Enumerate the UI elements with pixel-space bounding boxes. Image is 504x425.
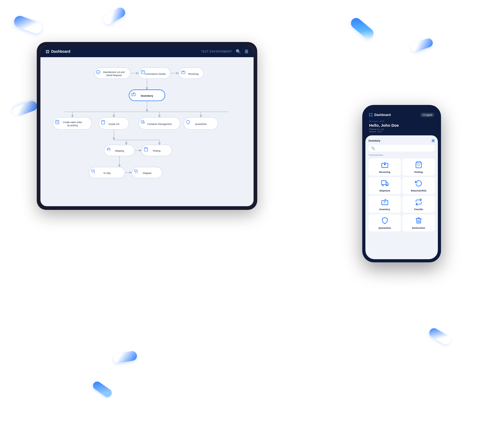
svg-rect-14 — [132, 93, 135, 96]
phone-greeting-area: 6th march, 2022 Hello, John Doe Pharma C… — [365, 119, 438, 135]
svg-point-48 — [135, 173, 136, 173]
svg-rect-47 — [132, 167, 162, 178]
phone-search-input[interactable] — [377, 146, 432, 150]
svg-text:Commisions Serials: Commisions Serials — [145, 73, 166, 75]
tablet-topbar: ⊡ Dashboard TEST ENVIRONMENT 🔍 ☰ — [40, 46, 254, 57]
phone-transaction-label: Transaction — [369, 154, 435, 156]
decorative-pill-3 — [349, 16, 376, 41]
phone-search-bar[interactable]: 🔍 — [369, 145, 435, 152]
phone-inventory-header: Inventory ⊞ — [369, 139, 435, 143]
tablet-flowchart-area: Manufacture Lot and Serial Request Commi… — [40, 57, 254, 206]
svg-text:Container Management: Container Management — [147, 123, 172, 125]
svg-rect-22 — [53, 117, 92, 129]
phone-topbar-left: Dashboard — [369, 113, 391, 117]
phone-grid-item-inventory[interactable]: Inventory — [369, 196, 401, 213]
receiving-label: Receiving — [379, 171, 390, 173]
phone-grid-item-quarantine[interactable]: Quarantine — [369, 214, 401, 231]
phone-frame: Dashboard ⏎Logout 6th march, 2022 Hello,… — [362, 105, 441, 262]
destruction-label: Destruction — [412, 227, 425, 229]
tablet-topbar-right: TEST ENVIRONMENT 🔍 ☰ — [201, 49, 248, 54]
menu-icon[interactable]: ☰ — [245, 49, 248, 54]
svg-text:Shipping: Shipping — [115, 150, 124, 152]
scan-icon[interactable]: ⊞ — [432, 139, 435, 143]
dashboard-logo-icon: ⊡ — [46, 49, 49, 54]
svg-text:Create SO: Create SO — [108, 123, 119, 125]
transfer-label: Transfer — [414, 208, 423, 211]
svg-rect-54 — [382, 200, 388, 205]
phone-device: Dashboard ⏎Logout 6th march, 2022 Hello,… — [362, 105, 441, 262]
svg-rect-6 — [139, 68, 170, 79]
svg-text:Create sales order: Create sales order — [63, 121, 82, 124]
svg-rect-1 — [94, 68, 130, 79]
inventory-icon — [381, 198, 388, 207]
svg-rect-28 — [141, 121, 144, 123]
quarantine-icon — [381, 217, 388, 226]
svg-rect-13 — [129, 90, 165, 101]
svg-text:by picking: by picking — [67, 124, 78, 127]
returns-label: Returns(VRS) — [411, 189, 426, 192]
returns-icon — [415, 180, 422, 188]
picking-label: Picking — [414, 171, 423, 173]
phone-grid-item-picking[interactable]: Picking — [402, 158, 435, 176]
svg-rect-51 — [381, 181, 386, 185]
inventory-label: Inventory — [379, 208, 390, 211]
decorative-pill-7 — [428, 326, 452, 346]
decorative-pill-1 — [102, 6, 127, 26]
svg-rect-7 — [141, 70, 145, 74]
svg-rect-39 — [141, 145, 172, 156]
svg-text:Manufacture Lot and: Manufacture Lot and — [103, 71, 125, 73]
phone-notch — [391, 110, 412, 112]
phone-grid-item-destruction[interactable]: Destruction — [402, 214, 435, 231]
logout-label: ⏎Logout — [423, 114, 432, 116]
decorative-pill-8 — [112, 350, 138, 364]
phone-hello-text: Hello, John Doe — [369, 123, 434, 128]
flowchart-svg: Manufacture Lot and Serial Request Commi… — [40, 57, 254, 206]
svg-rect-25 — [99, 117, 129, 129]
phone-transaction-grid: Receiving Picking — [369, 158, 435, 231]
phone-body: Inventory ⊞ 🔍 Transaction — [365, 135, 438, 259]
tablet-device: ⊡ Dashboard TEST ENVIRONMENT 🔍 ☰ — [37, 42, 257, 210]
phone-logo-icon — [369, 113, 373, 117]
svg-rect-10 — [179, 68, 204, 79]
svg-text:Quarantine: Quarantine — [195, 123, 207, 125]
svg-point-43 — [92, 173, 93, 173]
decorative-pill-4 — [410, 37, 434, 53]
tablet-dashboard-title: Dashboard — [51, 49, 70, 54]
phone-inventory-label: Inventory — [369, 139, 380, 142]
svg-point-52 — [382, 185, 384, 186]
svg-rect-36 — [104, 145, 135, 156]
svg-rect-30 — [184, 117, 218, 129]
tablet-screen: ⊡ Dashboard TEST ENVIRONMENT 🔍 ☰ — [40, 46, 254, 206]
tablet-frame: ⊡ Dashboard TEST ENVIRONMENT 🔍 ☰ — [37, 42, 257, 210]
svg-point-2 — [96, 70, 100, 74]
svg-point-44 — [94, 173, 95, 173]
shipment-label: Shipment — [379, 189, 390, 192]
decorative-pill-5 — [12, 100, 38, 118]
svg-rect-42 — [89, 167, 125, 178]
svg-point-49 — [137, 173, 138, 173]
env-label: TEST ENVIRONMENT — [201, 50, 232, 53]
phone-date: 6th march, 2022 — [369, 120, 434, 123]
search-icon[interactable]: 🔍 — [236, 49, 241, 54]
shipment-icon — [381, 180, 388, 188]
decorative-pill-9 — [91, 380, 113, 399]
phone-grid-item-transfer[interactable]: Transfer — [402, 196, 435, 213]
destruction-icon — [415, 217, 422, 226]
svg-text:Shipped: Shipped — [143, 172, 151, 174]
svg-text:To ship: To ship — [103, 172, 111, 174]
svg-text:Receiving: Receiving — [188, 73, 198, 75]
quarantine-label: Quarantine — [379, 227, 391, 229]
receiving-icon — [381, 161, 388, 170]
transfer-icon — [415, 198, 422, 207]
decorative-pill-2 — [13, 14, 44, 35]
logout-button[interactable]: ⏎Logout — [421, 113, 434, 117]
svg-rect-27 — [139, 117, 180, 129]
svg-text:Inventory: Inventory — [141, 94, 153, 97]
svg-text:Serial Request: Serial Request — [106, 74, 122, 77]
phone-grid-item-receiving[interactable]: Receiving — [369, 158, 401, 176]
svg-text:Picking: Picking — [153, 150, 160, 152]
phone-grid-item-shipment[interactable]: Shipment — [369, 177, 401, 194]
tablet-topbar-left: ⊡ Dashboard — [46, 49, 70, 54]
phone-grid-item-returns[interactable]: Returns(VRS) — [402, 177, 435, 194]
phone-search-icon: 🔍 — [371, 146, 375, 150]
